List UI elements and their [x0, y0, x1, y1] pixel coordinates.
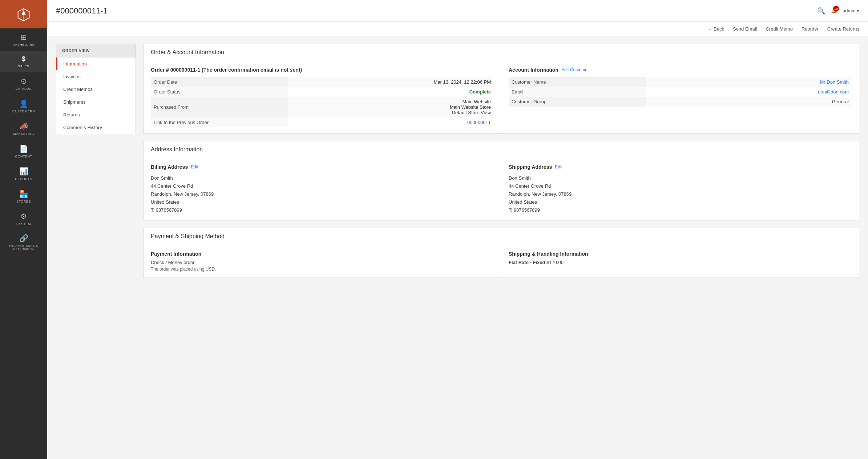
sidebar-item-label: STORES — [16, 200, 31, 203]
page-title: #000000011-1 — [56, 6, 108, 16]
order-number-title: Order # 000000011-1 (The order confirmat… — [151, 67, 494, 73]
payment-note: The order was placed using USD. — [151, 267, 494, 272]
table-row: Purchased From Main Website Main Website… — [151, 97, 494, 117]
main-content-area: #000000011-1 🔍 🔔 10 admin ▾ ← Back Send … — [47, 0, 868, 459]
sidebar-item-extensions[interactable]: 🔗 FIND PARTNERS & EXTENSIONS — [0, 230, 47, 254]
stores-icon: 🏪 — [19, 189, 28, 198]
table-row: Link to the Previous Order 000000011 — [151, 117, 494, 127]
payment-shipping-cols: Payment Information Check / Money order … — [144, 245, 859, 278]
edit-customer-link[interactable]: Edit Customer — [561, 67, 589, 72]
reorder-button[interactable]: Reorder — [802, 26, 819, 32]
order-status-badge: Complete — [469, 89, 491, 95]
sidebar-item-label: FIND PARTNERS & EXTENSIONS — [3, 244, 44, 251]
edit-shipping-link[interactable]: Edit — [555, 164, 562, 169]
sidebar-item-label: CONTENT — [15, 155, 32, 158]
customers-icon: 👤 — [19, 99, 28, 108]
header-actions: 🔍 🔔 10 admin ▾ — [817, 7, 859, 15]
notification-bell[interactable]: 🔔 10 — [831, 8, 837, 13]
catalog-icon: ⊙ — [21, 77, 27, 85]
back-button[interactable]: ← Back — [707, 26, 724, 32]
sidebar-item-label: MARKETING — [13, 132, 34, 136]
sidebar-item-label: CATALOG — [15, 87, 32, 91]
account-info-col: Account Information Edit Customer Custom… — [501, 61, 859, 133]
sidebar-item-label: CusToMERS — [12, 109, 35, 113]
sidebar-item-catalog[interactable]: ⊙ CATALOG — [0, 72, 47, 95]
order-view-sidebar: ORDER VIEW Information Invoices Credit M… — [56, 44, 136, 452]
sidebar-item-marketing[interactable]: 📣 MARKETING — [0, 117, 47, 140]
sidebar-item-label: DASHBOARD — [12, 43, 35, 47]
sidebar-item-customers[interactable]: 👤 CusToMERS — [0, 95, 47, 117]
order-menu-comments-history[interactable]: Comments History — [56, 121, 136, 134]
create-returns-button[interactable]: Create Returns — [827, 26, 859, 32]
credit-memo-button[interactable]: Credit Memo — [766, 26, 792, 32]
notification-count: 10 — [833, 6, 839, 12]
sales-icon: $ — [22, 55, 25, 63]
payment-method: Check / Money order — [151, 260, 494, 265]
payment-info-title: Payment Information — [151, 251, 494, 257]
sidebar-item-reports[interactable]: 📊 REPORTS — [0, 163, 47, 185]
marketing-icon: 📣 — [19, 122, 28, 131]
order-menu-invoices[interactable]: Invoices — [56, 70, 136, 83]
order-menu: Information Invoices Credit Memos Shipme… — [56, 57, 136, 134]
order-account-cols: Order # 000000011-1 (The order confirmat… — [144, 61, 859, 133]
admin-user-menu[interactable]: admin ▾ — [843, 8, 859, 13]
billing-address-title: Billing Address Edit — [151, 164, 494, 170]
sidebar-logo — [0, 0, 47, 28]
sidebar-item-content[interactable]: 📄 CONTENT — [0, 140, 47, 163]
extensions-icon: 🔗 — [19, 234, 28, 243]
sidebar-item-system[interactable]: ⚙ SYSTEM — [0, 208, 47, 230]
system-icon: ⚙ — [20, 212, 27, 221]
order-view-title: ORDER VIEW — [56, 44, 136, 57]
action-bar: ← Back Send Email Credit Memo Reorder Cr… — [47, 22, 868, 36]
payment-shipping-section: Payment & Shipping Method Payment Inform… — [143, 228, 859, 278]
payment-col: Payment Information Check / Money order … — [144, 245, 501, 278]
table-row: Email don@don.com — [509, 87, 852, 97]
sidebar-item-label: REPORTS — [15, 177, 32, 181]
address-section: Address Information Billing Address Edit… — [143, 141, 859, 220]
payment-shipping-section-title: Payment & Shipping Method — [144, 228, 859, 245]
order-account-section-title: Order & Account Information — [144, 44, 859, 61]
sidebar-item-label: SYSTEM — [16, 222, 31, 226]
order-info-table: Order Date Mar 13, 2024, 12:22:06 PM Ord… — [151, 77, 494, 127]
sidebar: ⊞ DASHBOARD $ SALES ⊙ CATALOG 👤 CusToMER… — [0, 0, 47, 459]
shipping-col: Shipping & Handling Information Flat Rat… — [501, 245, 859, 278]
shipping-address-title: Shipping Address Edit — [509, 164, 852, 170]
shipping-rate: Flat Rate - Fixed $170.00 — [509, 260, 852, 265]
address-section-title: Address Information — [144, 141, 859, 158]
shipping-address-col: Shipping Address Edit Don Smith 44 Cente… — [501, 158, 859, 220]
content-icon: 📄 — [19, 144, 28, 153]
address-cols: Billing Address Edit Don Smith 44 Center… — [144, 158, 859, 220]
sidebar-item-sales[interactable]: $ SALES — [0, 51, 47, 72]
order-menu-information[interactable]: Information — [56, 57, 136, 70]
sidebar-item-label: SALES — [18, 64, 29, 68]
order-info-col: Order # 000000011-1 (The order confirmat… — [144, 61, 501, 133]
search-icon[interactable]: 🔍 — [817, 7, 825, 15]
order-menu-credit-memos[interactable]: Credit Memos — [56, 83, 136, 96]
shipping-method-bold: Flat Rate - Fixed — [509, 260, 545, 265]
order-detail-panels: Order & Account Information Order # 0000… — [143, 44, 859, 452]
content-area: ORDER VIEW Information Invoices Credit M… — [47, 36, 868, 459]
top-header: #000000011-1 🔍 🔔 10 admin ▾ — [47, 0, 868, 22]
billing-address-col: Billing Address Edit Don Smith 44 Center… — [144, 158, 501, 220]
account-info-table: Customer Name Mr Don Smith Email don@don… — [509, 77, 852, 107]
shipping-info-title: Shipping & Handling Information — [509, 251, 852, 257]
shipping-amount: $170.00 — [546, 260, 564, 265]
customer-email-link[interactable]: don@don.com — [818, 89, 849, 95]
edit-billing-link[interactable]: Edit — [191, 164, 198, 169]
send-email-button[interactable]: Send Email — [733, 26, 757, 32]
table-row: Order Status Complete — [151, 87, 494, 97]
order-menu-returns[interactable]: Returns — [56, 108, 136, 121]
order-menu-shipments[interactable]: Shipments — [56, 96, 136, 108]
reports-icon: 📊 — [19, 167, 28, 176]
sidebar-item-dashboard[interactable]: ⊞ DASHBOARD — [0, 28, 47, 51]
table-row: Order Date Mar 13, 2024, 12:22:06 PM — [151, 77, 494, 87]
customer-name-link[interactable]: Mr Don Smith — [820, 79, 849, 85]
billing-address-block: Don Smith 44 Center Grove Rd Randolph, N… — [151, 174, 494, 214]
dashboard-icon: ⊞ — [21, 33, 27, 41]
table-row: Customer Group General — [509, 97, 852, 107]
previous-order-link[interactable]: 000000011 — [467, 120, 491, 125]
shipping-address-block: Don Smith 44 Center Grove Rd Randolph, N… — [509, 174, 852, 214]
sidebar-item-stores[interactable]: 🏪 STORES — [0, 185, 47, 208]
order-account-section: Order & Account Information Order # 0000… — [143, 44, 859, 133]
account-info-title: Account Information Edit Customer — [509, 67, 852, 73]
